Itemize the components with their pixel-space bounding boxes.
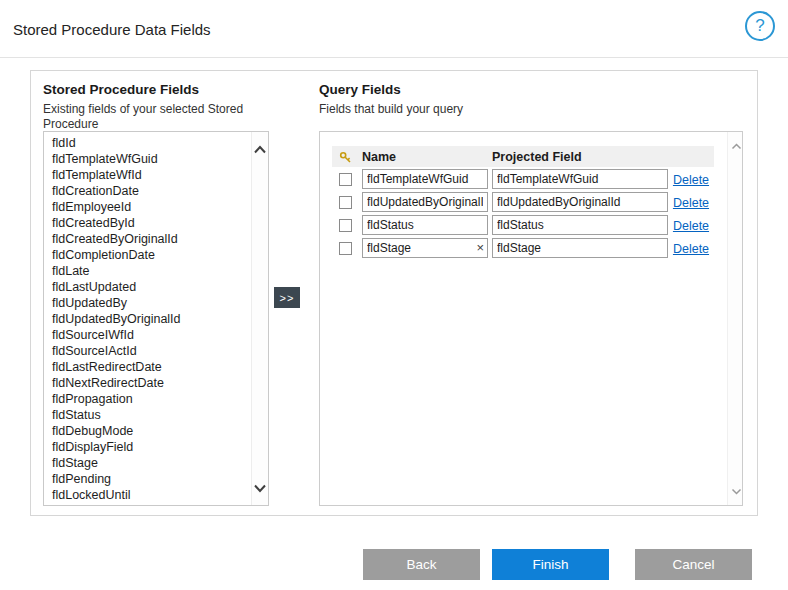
query-fields-box: Name Projected Field — [319, 131, 743, 506]
row-checkbox[interactable] — [339, 219, 352, 232]
clear-icon[interactable]: × — [476, 240, 484, 256]
right-panel-subtitle: Fields that build your query — [319, 102, 619, 117]
list-item[interactable]: fldStage — [52, 455, 250, 471]
query-field-rows: Delete — [332, 167, 714, 259]
list-item[interactable]: fldMasterWfId — [52, 503, 250, 505]
delete-link[interactable]: Delete — [673, 196, 709, 210]
list-item[interactable]: fldPropagation — [52, 391, 250, 407]
query-field-row: Delete — [332, 167, 714, 190]
dialog-header: Stored Procedure Data Fields ? — [0, 0, 788, 58]
cancel-button[interactable]: Cancel — [635, 549, 752, 580]
question-mark-glyph: ? — [755, 16, 764, 35]
left-list-scrollbar[interactable] — [251, 132, 268, 505]
name-input[interactable] — [362, 215, 488, 235]
scrollbar-down-icon[interactable] — [252, 479, 268, 497]
name-input[interactable] — [362, 192, 488, 212]
add-fields-button[interactable]: >> — [274, 287, 300, 308]
list-item[interactable]: fldTemplateWfId — [52, 167, 250, 183]
row-checkbox[interactable] — [339, 196, 352, 209]
stored-procedure-data-fields-dialog: Stored Procedure Data Fields ? Stored Pr… — [0, 0, 788, 590]
projected-field-input[interactable] — [492, 169, 668, 189]
list-item[interactable]: fldLate — [52, 263, 250, 279]
projected-field-input[interactable] — [492, 215, 668, 235]
list-item[interactable]: fldSourceIActId — [52, 343, 250, 359]
list-item[interactable]: fldLastRedirectDate — [52, 359, 250, 375]
back-button[interactable]: Back — [363, 549, 480, 580]
scrollbar-up-icon[interactable] — [252, 140, 268, 158]
list-item[interactable]: fldEmployeeId — [52, 199, 250, 215]
list-item[interactable]: fldCreationDate — [52, 183, 250, 199]
projected-field-input[interactable] — [492, 192, 668, 212]
delete-link[interactable]: Delete — [673, 242, 709, 256]
stored-procedure-fields-listbox[interactable]: fldIdfldTemplateWfGuidfldTemplateWfIdfld… — [43, 131, 269, 506]
key-icon — [332, 148, 358, 166]
list-item[interactable]: fldCreatedByOriginalId — [52, 231, 250, 247]
query-fields-table: Name Projected Field — [332, 146, 714, 259]
list-item[interactable]: fldId — [52, 135, 250, 151]
list-item[interactable]: fldNextRedirectDate — [52, 375, 250, 391]
query-field-row: Delete — [332, 213, 714, 236]
list-item[interactable]: fldPending — [52, 471, 250, 487]
name-input[interactable] — [362, 169, 488, 189]
table-header-row: Name Projected Field — [332, 146, 714, 167]
right-panel-heading: Query Fields — [319, 82, 401, 97]
list-item[interactable]: fldSourceIWfId — [52, 327, 250, 343]
list-item[interactable]: fldUpdatedByOriginalId — [52, 311, 250, 327]
list-item[interactable]: fldCreatedById — [52, 215, 250, 231]
query-field-row: Delete — [332, 190, 714, 213]
name-input[interactable] — [362, 238, 488, 258]
delete-link[interactable]: Delete — [673, 219, 709, 233]
projected-field-input[interactable] — [492, 238, 668, 258]
left-panel-subtitle: Existing fields of your selected Stored … — [43, 102, 271, 132]
list-item[interactable]: fldStatus — [52, 407, 250, 423]
list-item[interactable]: fldUpdatedBy — [52, 295, 250, 311]
list-item[interactable]: fldTemplateWfGuid — [52, 151, 250, 167]
column-header-projected-field: Projected Field — [488, 150, 668, 164]
list-item[interactable]: fldLockedUntil — [52, 487, 250, 503]
scrollbar-up-icon[interactable] — [728, 137, 743, 155]
finish-button[interactable]: Finish — [492, 549, 609, 580]
help-icon[interactable]: ? — [745, 11, 775, 41]
scrollbar-down-icon[interactable] — [728, 482, 743, 500]
delete-link[interactable]: Delete — [673, 173, 709, 187]
list-item[interactable]: fldCompletionDate — [52, 247, 250, 263]
left-panel-heading: Stored Procedure Fields — [43, 82, 199, 97]
list-item[interactable]: fldDebugMode — [52, 423, 250, 439]
column-header-name: Name — [358, 150, 488, 164]
list-item[interactable]: fldDisplayField — [52, 439, 250, 455]
row-checkbox[interactable] — [339, 173, 352, 186]
stored-procedure-fields-list: fldIdfldTemplateWfGuidfldTemplateWfIdfld… — [44, 135, 250, 505]
query-field-row: × Delete — [332, 236, 714, 259]
query-list-scrollbar[interactable] — [727, 132, 742, 505]
row-checkbox[interactable] — [339, 242, 352, 255]
list-item[interactable]: fldLastUpdated — [52, 279, 250, 295]
main-content-box: Stored Procedure Fields Existing fields … — [30, 70, 758, 516]
page-title: Stored Procedure Data Fields — [13, 21, 211, 38]
